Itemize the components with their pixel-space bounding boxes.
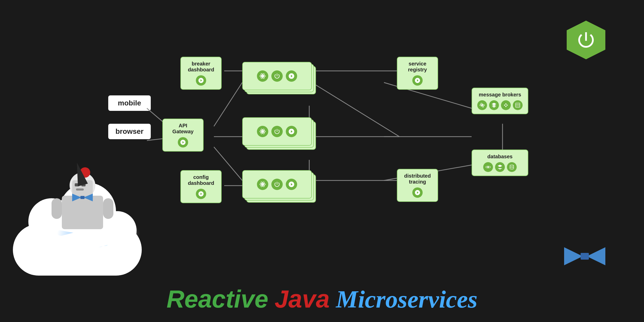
svg-line-11	[312, 82, 399, 137]
svg-rect-43	[516, 103, 520, 108]
db-icon-2	[495, 162, 505, 172]
broker-icon-4	[513, 100, 523, 110]
distributed-tracing-label: distributed tracing	[403, 173, 432, 185]
broker-icon-2	[489, 100, 499, 110]
svg-point-28	[262, 184, 264, 185]
stack-top-power-icon	[271, 70, 283, 82]
message-brokers-box: message brokers	[472, 88, 528, 114]
api-gateway-label: API Gateway	[169, 123, 197, 135]
db-icon-1	[483, 162, 493, 172]
page-title: Reactive Java Microservices	[0, 287, 644, 312]
stack-mid-spring-icon	[286, 126, 297, 137]
message-brokers-label: message brokers	[477, 92, 523, 98]
main-container: mobile browser	[0, 0, 644, 322]
svg-line-40	[506, 104, 507, 105]
distributed-tracing-box: distributed tracing	[397, 169, 438, 202]
broker-icon-3	[501, 100, 511, 110]
db-icon-3	[507, 162, 517, 172]
svg-point-32	[481, 104, 483, 106]
svg-line-39	[505, 104, 506, 105]
svg-point-48	[510, 165, 514, 167]
mobile-client: mobile	[108, 95, 151, 111]
stack-mid-power-icon	[271, 126, 283, 137]
config-dashboard-label: config dashboard	[186, 174, 216, 186]
title-microservices: Microservices	[336, 285, 478, 313]
title-reactive: Reactive	[166, 285, 268, 313]
stack-bot-atom-icon	[257, 179, 268, 190]
stack-bot-spring-icon	[286, 179, 297, 190]
service-registry-box: service registry	[397, 57, 438, 90]
api-spring-icon	[178, 137, 188, 147]
spring-boot-logo	[567, 21, 605, 59]
svg-point-24	[262, 131, 264, 133]
config-spring-icon	[196, 189, 206, 199]
databases-box: databases	[472, 150, 528, 176]
top-microservices-stack	[242, 62, 317, 95]
svg-line-42	[505, 105, 506, 107]
bottom-microservices-stack	[242, 170, 317, 204]
stack-mid-atom-icon	[257, 126, 268, 137]
api-gateway-box: API Gateway	[162, 119, 204, 152]
client-boxes: mobile browser	[108, 95, 151, 150]
breaker-dashboard-label: breaker dashboard	[186, 61, 216, 73]
broker-icon-1	[477, 100, 487, 110]
breaker-dashboard-box: breaker dashboard	[180, 57, 222, 90]
registry-spring-icon	[412, 75, 423, 86]
middle-microservices-stack	[242, 117, 317, 151]
service-registry-label: service registry	[403, 61, 432, 73]
browser-client: browser	[108, 124, 151, 139]
databases-label: databases	[477, 154, 523, 160]
svg-point-46	[487, 166, 489, 168]
breaker-spring-icon	[196, 75, 206, 86]
stack-bot-power-icon	[271, 179, 283, 190]
title-java: Java	[275, 285, 330, 313]
svg-point-20	[262, 75, 264, 77]
stack-top-atom-icon	[257, 70, 268, 82]
svg-line-41	[506, 105, 507, 107]
tracing-spring-icon	[412, 187, 423, 198]
stack-top-spring-icon	[286, 70, 297, 82]
config-dashboard-box: config dashboard	[180, 170, 222, 203]
bowtie-decoration	[564, 247, 605, 265]
spring-power-icon	[576, 30, 596, 50]
